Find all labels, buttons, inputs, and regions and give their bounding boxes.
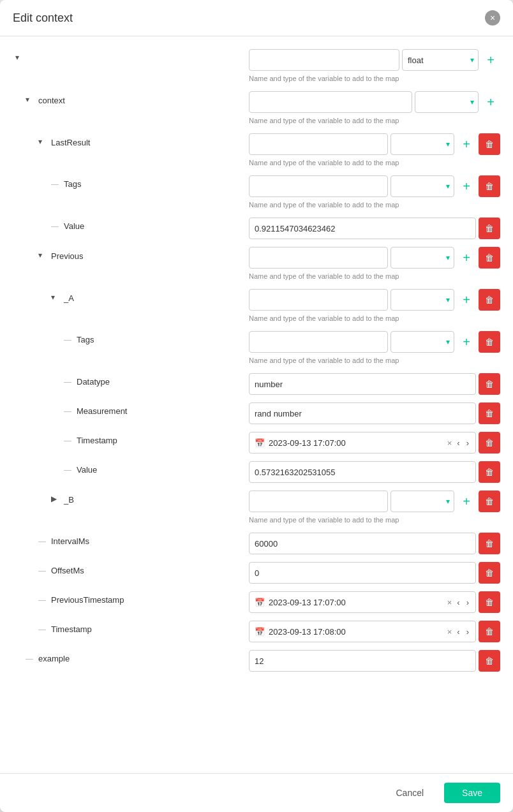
root-name-input[interactable] [249,49,399,71]
intervalms-input[interactable] [249,533,476,554]
a-value-dash-icon: — [64,466,74,475]
a-datatype-delete-button[interactable]: 🗑 [479,373,500,395]
a-hint: Name and type of the variable to add to … [249,314,500,322]
lastresult-name-input[interactable] [249,133,388,155]
root-add-button[interactable]: + [481,49,500,71]
lastresult-hint: Name and type of the variable to add to … [249,159,500,166]
a-timestamp-input-row: 📅 2023-09-13 17:07:00 × ‹ › 🗑 [249,432,500,454]
context-add-button[interactable]: + [481,91,500,113]
example-row: — example 🗑 [13,647,500,677]
root-type-chevron-icon[interactable]: ▾ [466,55,478,64]
intervalms-input-row: 🗑 [249,533,500,554]
previous-chevron-icon[interactable]: ▾ [38,251,48,261]
offsetms-input-row: 🗑 [249,562,500,584]
a-timestamp-delete-button[interactable]: 🗑 [479,432,500,454]
example-input[interactable] [249,650,476,672]
a-type-chevron-icon[interactable]: ▾ [442,295,454,304]
previous-name-input[interactable] [249,247,388,269]
a-timestamp-next-button[interactable]: › [465,438,470,448]
a-name-input[interactable] [249,289,388,311]
lastresult-chevron-icon[interactable]: ▾ [38,137,48,147]
a-measurement-input[interactable] [249,402,476,424]
b-input-row: ▾ + 🗑 [249,491,500,512]
a-row: ▾ _A ▾ + 🗑 Name and type of the variable… [13,286,500,328]
a-measurement-controls: 🗑 [249,402,500,427]
previous-delete-button[interactable]: 🗑 [479,247,500,269]
timestamp-prev-button[interactable]: ‹ [456,627,461,637]
modal-footer: Cancel Save [0,773,513,812]
timestamp-delete-button[interactable]: 🗑 [479,621,500,642]
root-chevron-icon[interactable]: ▾ [15,53,26,63]
a-tags-delete-button[interactable]: 🗑 [479,331,500,353]
a-measurement-dash-icon: — [64,407,74,416]
context-type-select[interactable]: ▾ [415,91,479,113]
a-value-input[interactable] [249,461,476,483]
offsetms-input[interactable] [249,562,476,584]
lastresult-type-chevron-icon[interactable]: ▾ [442,140,454,149]
intervalms-delete-button[interactable]: 🗑 [479,533,500,554]
previous-label-col: ▾ Previous [13,247,249,265]
a-timestamp-prev-button[interactable]: ‹ [456,438,461,448]
close-button[interactable]: × [485,10,500,26]
modal-title: Edit context [13,11,73,25]
a-tags-type-select[interactable]: ▾ [390,331,454,353]
prev-timestamp-clear-button[interactable]: × [447,598,452,607]
save-button[interactable]: Save [444,783,500,803]
prev-timestamp-delete-button[interactable]: 🗑 [479,591,500,613]
prev-timestamp-label: PreviousTimestamp [51,595,124,605]
previous-add-button[interactable]: + [457,247,476,269]
prev-timestamp-next-button[interactable]: › [465,598,470,607]
a-type-select[interactable]: ▾ [390,289,454,311]
a-datatype-dash-icon: — [64,378,74,387]
tags-delete-button[interactable]: 🗑 [479,175,500,197]
offsetms-delete-button[interactable]: 🗑 [479,562,500,584]
lastresult-type-select[interactable]: ▾ [390,133,454,155]
a-tags-add-button[interactable]: + [457,331,476,353]
lastresult-delete-button[interactable]: 🗑 [479,133,500,155]
a-timestamp-clear-button[interactable]: × [447,438,452,448]
example-delete-button[interactable]: 🗑 [479,650,500,672]
root-type-select[interactable]: float ▾ [402,49,479,71]
a-chevron-icon[interactable]: ▾ [51,293,61,303]
timestamp-dash-icon: — [38,625,48,634]
value-input[interactable] [249,218,476,239]
b-name-input[interactable] [249,491,388,512]
cancel-button[interactable]: Cancel [383,783,436,803]
b-label-col: ▶ _B [13,491,249,508]
a-delete-button[interactable]: 🗑 [479,289,500,311]
a-tags-hint: Name and type of the variable to add to … [249,357,500,364]
b-add-button[interactable]: + [457,491,476,512]
a-tags-type-chevron-icon[interactable]: ▾ [442,337,454,346]
tags-add-button[interactable]: + [457,175,476,197]
context-controls: ▾ + Name and type of the variable to add… [249,91,500,128]
a-measurement-delete-button[interactable]: 🗑 [479,402,500,424]
lastresult-add-button[interactable]: + [457,133,476,155]
intervalms-row: — IntervalMs 🗑 [13,530,500,559]
a-datatype-input[interactable] [249,373,476,395]
tags-type-select[interactable]: ▾ [390,175,454,197]
prev-timestamp-calendar-icon: 📅 [255,598,265,607]
previous-type-select[interactable]: ▾ [390,247,454,269]
a-timestamp-label: Timestamp [77,436,117,445]
value-delete-button[interactable]: 🗑 [479,218,500,239]
b-type-select[interactable]: ▾ [390,491,454,512]
a-tags-dash-icon: — [64,336,74,344]
timestamp-next-button[interactable]: › [465,627,470,637]
prev-timestamp-prev-button[interactable]: ‹ [456,598,461,607]
timestamp-clear-button[interactable]: × [447,627,452,637]
context-row: ▾ context ▾ + Name and type of the varia… [13,89,500,131]
tags-name-input[interactable] [249,175,388,197]
b-chevron-icon[interactable]: ▶ [51,494,61,505]
prev-timestamp-controls: 📅 2023-09-13 17:07:00 × ‹ › 🗑 [249,591,500,616]
previous-type-chevron-icon[interactable]: ▾ [442,253,454,262]
b-delete-button[interactable]: 🗑 [479,491,500,512]
a-add-button[interactable]: + [457,289,476,311]
b-type-chevron-icon[interactable]: ▾ [442,497,454,506]
context-type-chevron-icon[interactable]: ▾ [466,98,478,107]
tags-type-chevron-icon[interactable]: ▾ [442,182,454,191]
a-value-delete-button[interactable]: 🗑 [479,461,500,483]
context-chevron-icon[interactable]: ▾ [26,95,36,105]
a-timestamp-dash-icon: — [64,436,74,445]
a-tags-name-input[interactable] [249,331,388,353]
context-name-input[interactable] [249,91,412,113]
